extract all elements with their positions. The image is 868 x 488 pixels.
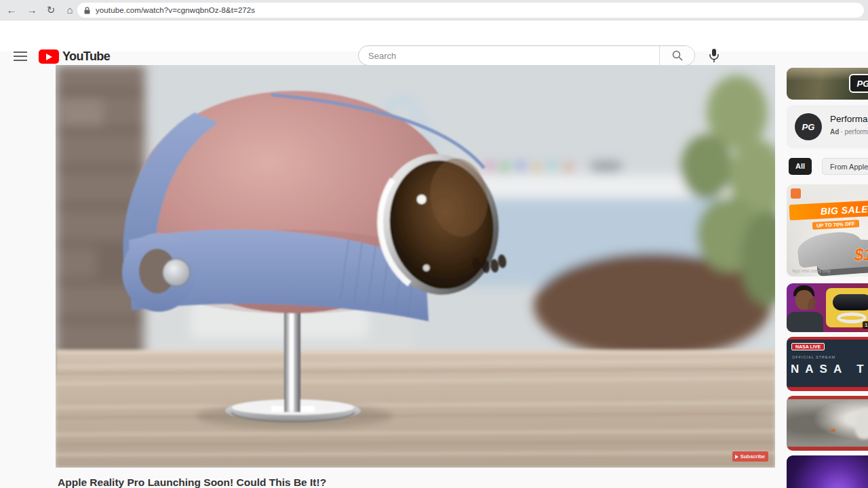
red-stripe <box>787 337 868 340</box>
headset-panel <box>826 288 868 327</box>
search-button[interactable] <box>659 46 694 65</box>
sale-price: $1.9 <box>854 245 868 264</box>
youtube-play-icon <box>39 49 59 64</box>
page: { "browser": { "url": "youtube.com/watch… <box>0 0 868 488</box>
lock-icon <box>84 7 90 14</box>
back-icon[interactable]: ← <box>4 3 19 18</box>
address-bar[interactable]: youtube.com/watch?v=cgnwqbnOz-8&t=272s <box>77 3 864 18</box>
ad-title: Performa <box>830 114 868 124</box>
thumbnail-detail <box>831 429 835 432</box>
video-scene <box>56 65 775 468</box>
youtube-logo[interactable]: YouTube <box>39 49 110 64</box>
url-text: youtube.com/watch?v=cgnwqbnOz-8&t=272s <box>96 6 255 14</box>
browser-toolbar: ← → ↻ ⌂ youtube.com/watch?v=cgnwqbnOz-8&… <box>0 0 868 20</box>
mic-button[interactable] <box>707 48 721 63</box>
filter-chip-all[interactable]: All <box>789 158 812 175</box>
sale-subline: UP TO 70% OFF <box>812 220 859 230</box>
thumbnail-vr-video[interactable]: 18 <box>787 283 868 332</box>
ad-label: Ad <box>830 128 839 136</box>
filter-chip-from-channel[interactable]: From AppleIn <box>822 158 868 175</box>
live-badge: NASA LIVE <box>791 343 825 350</box>
search-bar <box>358 45 695 66</box>
store-logo-icon <box>791 188 801 199</box>
play-icon <box>735 455 738 459</box>
video-player[interactable]: Subscribe <box>56 65 775 468</box>
ad-banner[interactable]: PG <box>787 68 868 100</box>
menu-icon[interactable] <box>14 52 27 61</box>
duration-badge: 18 <box>863 321 868 329</box>
presenter-image <box>787 312 823 332</box>
stream-subtitle: OFFICIAL STREAM <box>792 355 835 359</box>
ad-banner-logo: PG <box>849 74 868 93</box>
stream-title: NASA TV <box>791 363 868 376</box>
mic-icon <box>707 48 721 63</box>
thumbnail-live-stream[interactable] <box>787 396 868 451</box>
headset-image <box>833 294 868 310</box>
ad-card[interactable]: PG Performa Ad· perform <box>787 105 868 148</box>
youtube-logo-text: YouTube <box>62 49 110 64</box>
forward-icon[interactable]: → <box>24 3 39 18</box>
home-icon[interactable]: ⌂ <box>62 3 77 18</box>
search-icon <box>672 50 683 61</box>
youtube-header: YouTube <box>0 20 868 52</box>
thumbnail-nasa-live[interactable]: NASA LIVE OFFICIAL STREAM NASA TV <box>787 337 868 391</box>
thumbnail-shoe-ad[interactable]: BIG SALE UP TO 70% OFF $1.9 App new user… <box>787 184 868 277</box>
ad-url: · perform <box>840 128 868 136</box>
sale-headline: BIG SALE <box>821 203 868 217</box>
thumbnail-figure <box>854 407 868 440</box>
red-stripe <box>787 387 868 391</box>
ad-subtitle: Ad· perform <box>830 128 868 136</box>
reload-icon[interactable]: ↻ <box>43 3 58 18</box>
video-title: Apple Reality Pro Launching Soon! Could … <box>58 476 736 488</box>
subscribe-label: Subscribe <box>741 453 765 460</box>
search-input[interactable] <box>359 46 659 65</box>
sale-ribbon: BIG SALE <box>789 199 868 220</box>
thumbnail-space-video[interactable] <box>787 455 868 488</box>
sale-footnote: App new users only <box>792 268 831 273</box>
subscribe-watermark[interactable]: Subscribe <box>732 451 768 462</box>
advertiser-logo: PG <box>795 113 822 140</box>
